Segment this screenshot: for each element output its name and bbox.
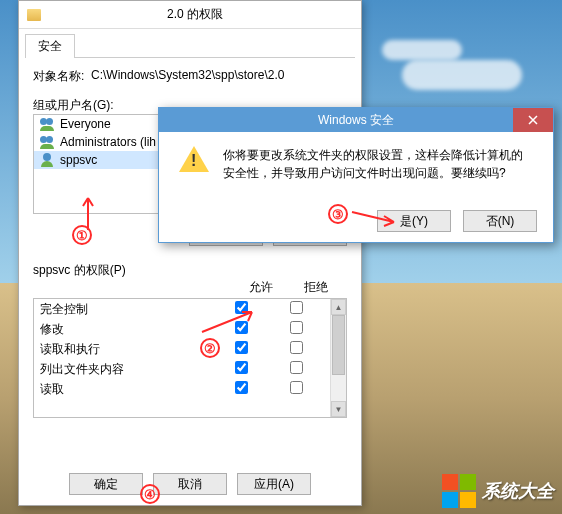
- table-row: 列出文件夹内容: [34, 359, 330, 379]
- dialog-titlebar[interactable]: 2.0 的权限: [19, 1, 361, 29]
- watermark-text: 系统大全: [482, 479, 554, 503]
- watermark-logo: 系统大全: [442, 474, 554, 508]
- warning-icon: [179, 146, 209, 176]
- perm-name: 读取和执行: [40, 341, 214, 358]
- cancel-button[interactable]: 取消: [153, 473, 227, 495]
- group-icon: [40, 135, 54, 149]
- close-button[interactable]: [513, 108, 553, 132]
- security-message: 你将要更改系统文件夹的权限设置，这样会降低计算机的安全性，并导致用户访问文件时出…: [223, 146, 533, 182]
- yes-button[interactable]: 是(Y): [377, 210, 451, 232]
- scroll-up-icon[interactable]: ▲: [331, 299, 346, 315]
- user-icon: [40, 153, 54, 167]
- tab-security[interactable]: 安全: [25, 34, 75, 58]
- group-icon: [40, 117, 54, 131]
- allow-checkbox[interactable]: [235, 301, 248, 314]
- table-row: 修改: [34, 319, 330, 339]
- perm-name: 列出文件夹内容: [40, 361, 214, 378]
- security-dialog: Windows 安全 你将要更改系统文件夹的权限设置，这样会降低计算机的安全性，…: [158, 107, 554, 243]
- scrollbar[interactable]: ▲ ▼: [330, 299, 346, 417]
- allow-checkbox[interactable]: [235, 361, 248, 374]
- deny-checkbox[interactable]: [290, 341, 303, 354]
- close-icon: [528, 115, 538, 125]
- object-name-label: 对象名称:: [33, 68, 91, 85]
- permissions-label: sppsvc 的权限(P): [33, 262, 347, 279]
- perm-name: 修改: [40, 321, 214, 338]
- permissions-dialog: 2.0 的权限 安全 对象名称: C:\Windows\System32\spp…: [18, 0, 362, 506]
- table-row: 读取和执行: [34, 339, 330, 359]
- allow-checkbox[interactable]: [235, 321, 248, 334]
- object-name-value: C:\Windows\System32\spp\store\2.0: [91, 68, 284, 85]
- list-item-label: Administrators (lih: [60, 135, 156, 149]
- perm-name: 读取: [40, 381, 214, 398]
- ok-button[interactable]: 确定: [69, 473, 143, 495]
- cloud: [402, 60, 522, 90]
- tab-strip: 安全: [25, 33, 355, 58]
- perm-name: 完全控制: [40, 301, 214, 318]
- list-item-label: sppsvc: [60, 153, 97, 167]
- deny-header: 拒绝: [288, 279, 343, 296]
- security-title: Windows 安全: [318, 112, 394, 129]
- no-button[interactable]: 否(N): [463, 210, 537, 232]
- dialog-title: 2.0 的权限: [49, 6, 361, 23]
- security-titlebar[interactable]: Windows 安全: [159, 108, 553, 132]
- table-row: 读取: [34, 379, 330, 399]
- deny-checkbox[interactable]: [290, 301, 303, 314]
- table-row: 完全控制: [34, 299, 330, 319]
- scroll-down-icon[interactable]: ▼: [331, 401, 346, 417]
- list-item-label: Everyone: [60, 117, 111, 131]
- allow-checkbox[interactable]: [235, 381, 248, 394]
- deny-checkbox[interactable]: [290, 361, 303, 374]
- allow-checkbox[interactable]: [235, 341, 248, 354]
- deny-checkbox[interactable]: [290, 381, 303, 394]
- windows-logo-icon: [442, 474, 476, 508]
- scroll-thumb[interactable]: [332, 315, 345, 375]
- folder-icon: [27, 9, 41, 21]
- apply-button[interactable]: 应用(A): [237, 473, 311, 495]
- permissions-table: 完全控制 修改 读取和执行 列出文件夹内: [33, 298, 347, 418]
- allow-header: 允许: [233, 279, 288, 296]
- deny-checkbox[interactable]: [290, 321, 303, 334]
- cloud: [382, 40, 462, 60]
